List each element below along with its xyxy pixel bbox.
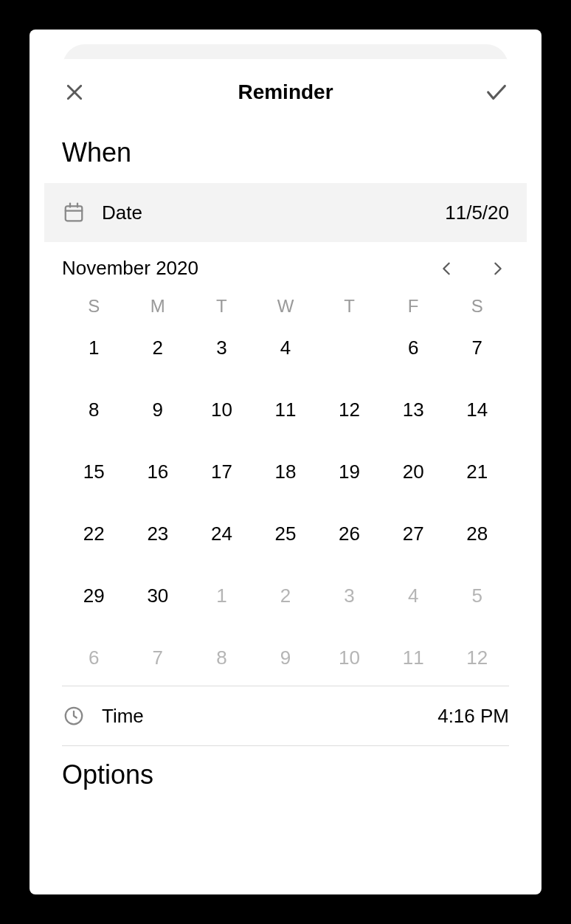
weekday-label: S xyxy=(445,296,509,317)
calendar-day[interactable]: 4 xyxy=(381,573,446,618)
calendar-day[interactable]: 7 xyxy=(126,635,190,680)
calendar-day[interactable]: 4 xyxy=(254,325,318,370)
month-label: November 2020 xyxy=(62,257,198,280)
calendar-day[interactable]: 30 xyxy=(126,573,190,618)
weekday-label: T xyxy=(317,296,381,317)
clock-icon xyxy=(62,704,86,728)
date-row-left: Date xyxy=(62,201,142,224)
reminder-sheet: Reminder When Date 11 xyxy=(44,59,527,894)
calendar-day[interactable]: 29 xyxy=(62,573,126,618)
calendar-day[interactable]: 5 xyxy=(445,573,509,618)
svg-rect-2 xyxy=(66,206,83,221)
calendar-header: November 2020 xyxy=(44,242,527,286)
calendar-day[interactable]: 13 xyxy=(381,387,446,432)
calendar-day[interactable]: 2 xyxy=(126,325,190,370)
next-month-icon[interactable] xyxy=(487,258,509,280)
calendar-day[interactable]: 22 xyxy=(62,511,126,556)
close-icon[interactable] xyxy=(62,80,87,105)
time-label: Time xyxy=(102,705,144,728)
calendar-day[interactable]: 15 xyxy=(62,449,126,494)
weekday-label: S xyxy=(62,296,126,317)
prev-month-icon[interactable] xyxy=(435,258,457,280)
calendar-day[interactable]: 2 xyxy=(254,573,318,618)
calendar-day[interactable]: 7 xyxy=(445,325,509,370)
weekday-label: T xyxy=(190,296,254,317)
time-row[interactable]: Time 4:16 PM xyxy=(44,686,527,745)
calendar-day[interactable]: 9 xyxy=(254,635,318,680)
calendar-day[interactable]: 26 xyxy=(317,511,381,556)
calendar-day[interactable]: 21 xyxy=(445,449,509,494)
calendar-icon xyxy=(62,201,86,224)
calendar-day[interactable]: 1 xyxy=(62,325,126,370)
options-section-title: Options xyxy=(44,746,527,790)
calendar-day[interactable]: 16 xyxy=(126,449,190,494)
calendar-day[interactable]: 20 xyxy=(381,449,446,494)
calendar-day[interactable]: 12 xyxy=(445,635,509,680)
calendar-day[interactable]: 6 xyxy=(381,325,446,370)
calendar-day[interactable]: 8 xyxy=(190,635,254,680)
calendar-day[interactable]: 19 xyxy=(317,449,381,494)
calendar-day[interactable]: 27 xyxy=(381,511,446,556)
calendar-day[interactable]: 5 xyxy=(317,325,381,370)
weekday-row: SMTWTFS xyxy=(44,286,527,320)
reminder-modal-frame: Reminder When Date 11 xyxy=(30,30,541,894)
time-value: 4:16 PM xyxy=(437,705,509,728)
calendar-day[interactable]: 11 xyxy=(381,635,446,680)
modal-header: Reminder xyxy=(44,59,527,120)
date-row[interactable]: Date 11/5/20 xyxy=(44,183,527,242)
calendar-day[interactable]: 11 xyxy=(254,387,318,432)
modal-title: Reminder xyxy=(238,80,333,104)
confirm-icon[interactable] xyxy=(484,80,509,105)
calendar-day[interactable]: 18 xyxy=(254,449,318,494)
calendar-day[interactable]: 10 xyxy=(190,387,254,432)
calendar-grid: 1234567891011121314151617181920212223242… xyxy=(44,320,527,686)
calendar-day[interactable]: 23 xyxy=(126,511,190,556)
calendar-day[interactable]: 24 xyxy=(190,511,254,556)
weekday-label: F xyxy=(381,296,446,317)
calendar-day[interactable]: 1 xyxy=(190,573,254,618)
calendar-day[interactable]: 17 xyxy=(190,449,254,494)
date-value: 11/5/20 xyxy=(445,201,509,224)
calendar-day[interactable]: 28 xyxy=(445,511,509,556)
time-row-left: Time xyxy=(62,704,144,728)
calendar-day[interactable]: 6 xyxy=(62,635,126,680)
calendar-day[interactable]: 9 xyxy=(126,387,190,432)
calendar-nav xyxy=(435,258,509,280)
weekday-label: W xyxy=(254,296,318,317)
calendar-day[interactable]: 10 xyxy=(317,635,381,680)
calendar-day[interactable]: 3 xyxy=(317,573,381,618)
date-label: Date xyxy=(102,201,142,224)
weekday-label: M xyxy=(126,296,190,317)
calendar-day[interactable]: 8 xyxy=(62,387,126,432)
when-section-title: When xyxy=(44,120,527,183)
calendar-day[interactable]: 12 xyxy=(317,387,381,432)
calendar-day[interactable]: 14 xyxy=(445,387,509,432)
calendar-day[interactable]: 3 xyxy=(190,325,254,370)
calendar-day[interactable]: 25 xyxy=(254,511,318,556)
